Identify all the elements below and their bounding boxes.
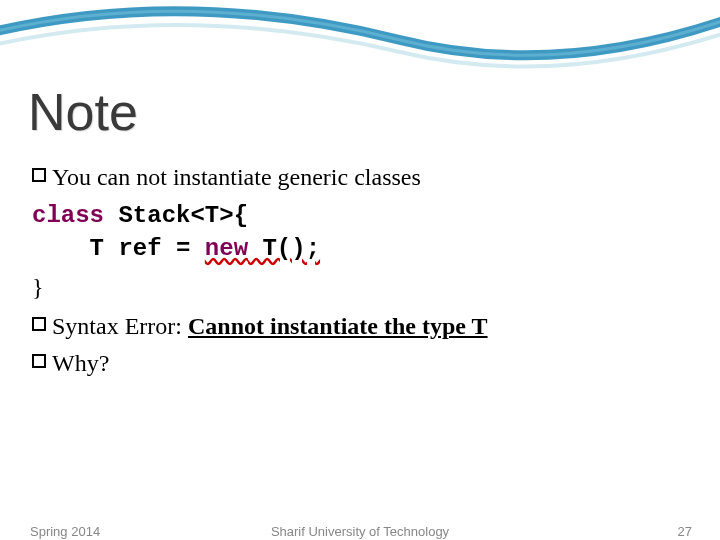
bullet-item: You can not instantiate generic classes	[32, 160, 688, 195]
bullet-text: You can not instantiate generic classes	[52, 160, 421, 195]
square-bullet-icon	[32, 168, 46, 182]
slide-title: Note	[28, 82, 138, 142]
footer-institution: Sharif University of Technology	[0, 524, 720, 539]
keyword-new-error: new	[205, 235, 248, 262]
bullet-prefix: Syntax Error:	[52, 313, 188, 339]
code-text: Stack<T>{	[104, 202, 248, 229]
code-text: T ref =	[32, 235, 205, 262]
bullet-text: Syntax Error: Cannot instantiate the typ…	[52, 309, 488, 344]
slide-number: 27	[678, 524, 692, 539]
code-error-text: T();	[248, 235, 320, 262]
square-bullet-icon	[32, 317, 46, 331]
bullet-item: Syntax Error: Cannot instantiate the typ…	[32, 309, 688, 344]
square-bullet-icon	[32, 354, 46, 368]
bullet-text: Why?	[52, 346, 109, 381]
bullet-emphasis: Cannot instantiate the type T	[188, 313, 488, 339]
keyword-class: class	[32, 202, 104, 229]
bullet-item: Why?	[32, 346, 688, 381]
code-block: class Stack<T>{ T ref = new T();	[32, 199, 688, 266]
slide-body: You can not instantiate generic classes …	[32, 160, 688, 382]
header-swoosh	[0, 0, 720, 90]
code-close-brace: }	[32, 270, 688, 305]
